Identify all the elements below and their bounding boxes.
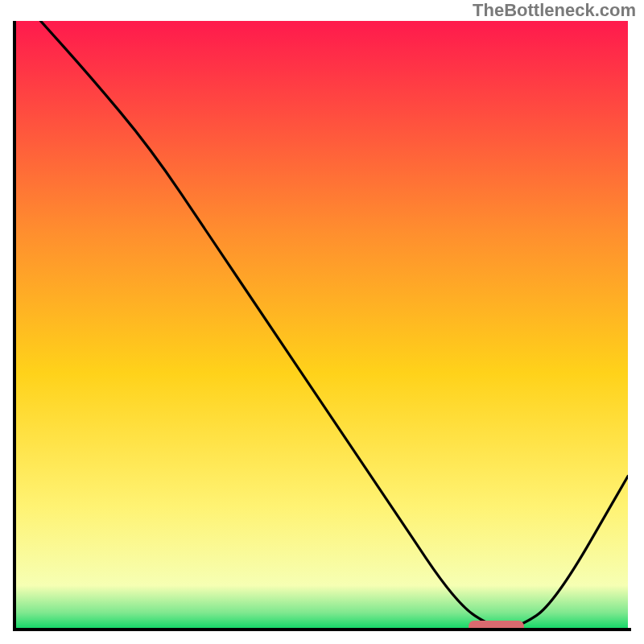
curve-svg xyxy=(16,21,628,628)
bottleneck-curve xyxy=(40,21,628,628)
chart-frame: TheBottleneck.com xyxy=(0,0,644,644)
attribution-text: TheBottleneck.com xyxy=(473,0,636,21)
optimal-marker xyxy=(469,621,523,628)
plot-area xyxy=(16,21,628,628)
